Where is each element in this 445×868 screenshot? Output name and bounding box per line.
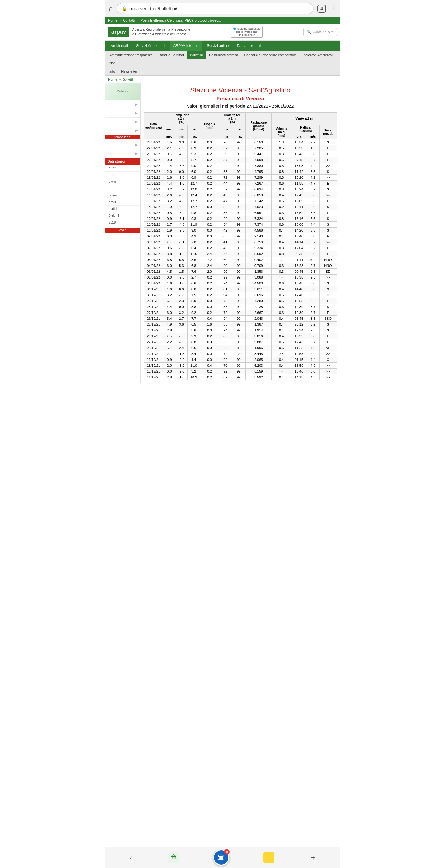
table-cell: 2.8 xyxy=(163,374,176,380)
table-cell: 0.4 xyxy=(200,316,219,321)
table-cell: 6.5 xyxy=(307,216,319,222)
table-cell: 11:55 xyxy=(291,181,307,186)
table-cell: 2.3 xyxy=(176,298,187,304)
sidebar-matici[interactable]: matici xyxy=(105,206,140,212)
browser-menu[interactable]: ⋮ xyxy=(330,5,336,13)
nav-ambientali[interactable]: Ambientali xyxy=(107,40,132,51)
table-cell: 2.0 xyxy=(200,269,219,275)
home-icon[interactable]: ⌂ xyxy=(109,5,113,13)
table-cell: 1.6 xyxy=(163,280,176,286)
table-row: 08/01/22-0.3-5.17.00.241996.7590.414:143… xyxy=(144,239,337,245)
table-cell: 22/01/22 xyxy=(144,157,163,163)
table-cell: 4.4 xyxy=(163,181,176,186)
subnav-bollettini[interactable]: Bollettini xyxy=(187,51,206,59)
table-cell: 01/01/22 xyxy=(144,280,163,286)
table-cell: 2.4 xyxy=(176,345,187,351)
table-cell: 1.9 xyxy=(163,204,176,210)
subnav-amministrazione[interactable]: Amministrazione trasparente xyxy=(106,51,156,59)
sidebar-issima[interactable]: issima xyxy=(105,192,140,199)
subnav-indicatori[interactable]: Indicatori Ambientali xyxy=(300,51,336,59)
data-table-wrapper: Data(gg/mm/aa) Temp. ariaa 2 m(°C) Piogg… xyxy=(144,112,337,380)
table-cell: 0.6 xyxy=(272,292,291,298)
sidebar-item-5[interactable]: ▶ xyxy=(105,141,140,149)
table-cell: S xyxy=(319,286,337,292)
table-cell: 1.914 xyxy=(246,328,272,333)
table-cell: 28/12/21 xyxy=(144,304,163,310)
site-logo[interactable]: arpav xyxy=(108,27,129,37)
table-cell: 99 xyxy=(232,269,246,275)
table-cell: 05:45 xyxy=(291,316,307,321)
subnav-newsletter[interactable]: Newsletter xyxy=(118,67,140,75)
table-cell: 99 xyxy=(232,257,246,263)
subnav-bandi[interactable]: Bandi e Fornitori xyxy=(156,51,187,59)
table-cell: 7.098 xyxy=(246,157,272,163)
table-cell: 99 xyxy=(232,204,246,210)
table-cell: 99 xyxy=(232,374,246,380)
subnav-concorsi[interactable]: Concorsi e Procedure comparative xyxy=(241,51,299,59)
table-cell: 79 xyxy=(219,310,232,316)
sidebar-giorni[interactable]: giorni xyxy=(105,179,140,185)
sidebar-image: Bollettini xyxy=(105,83,140,100)
table-cell: 0.2 xyxy=(200,157,219,163)
sub-nav: Amministrazione trasparente Bandi e Forn… xyxy=(105,51,340,67)
nav-servizi-ambientali[interactable]: Servizi Ambientali xyxy=(132,40,169,51)
subnav-ario[interactable]: ario xyxy=(106,67,118,75)
table-cell: 3.816 xyxy=(246,333,272,339)
sidebar-2018[interactable]: 2018 xyxy=(105,219,140,226)
table-cell: 5.7 xyxy=(187,157,200,163)
table-row: 27/12/216.03.29.20.279992.6670.312:392.7… xyxy=(144,310,337,316)
table-cell: 0.2 xyxy=(200,192,219,198)
table-cell: 85 xyxy=(219,321,232,328)
sidebar-tempo-reale[interactable]: tempo reale xyxy=(105,135,140,140)
table-cell: 6.0 xyxy=(187,169,200,175)
table-cell: 3.5 xyxy=(307,316,319,321)
subnav-comunicati[interactable]: Comunicati stampa xyxy=(206,51,241,59)
sidebar-item-3[interactable]: ▶ xyxy=(105,118,140,126)
url-bar[interactable]: 🔒 arpa.veneto.it/bollettini/ xyxy=(117,3,314,14)
table-cell: -1.2 xyxy=(163,151,176,157)
table-cell: -3.5 xyxy=(176,234,187,239)
nav-arpav-informa[interactable]: ARPAV informa xyxy=(170,40,202,51)
search-box[interactable]: 🔍 Cerca nel sito xyxy=(304,28,337,36)
top-nav-contatti[interactable]: Contatti xyxy=(123,19,135,22)
sidebar-item-1[interactable]: ▶ xyxy=(105,100,140,109)
table-cell: 52 xyxy=(219,186,232,192)
breadcrumb-home[interactable]: Home xyxy=(108,78,117,81)
nav-servizi-online[interactable]: Servizi online xyxy=(203,40,232,51)
table-cell: 5.203 xyxy=(246,363,272,369)
sidebar-item-2[interactable]: ▶ xyxy=(105,109,140,118)
table-cell: 2.8 xyxy=(163,328,176,333)
sidebar-section-2: ▶ ▶ xyxy=(105,141,140,158)
table-cell: 99 xyxy=(232,227,246,234)
sidebar-ensili[interactable]: ensili xyxy=(105,199,140,206)
table-cell: 14:14 xyxy=(291,239,307,245)
data-table: Data(gg/mm/aa) Temp. ariaa 2 m(°C) Piogg… xyxy=(144,112,337,380)
sidebar-i[interactable]: i xyxy=(105,185,140,192)
sidebar-di-ieri-1[interactable]: di ieri xyxy=(105,165,140,172)
breadcrumb-bollettini[interactable]: Bollettini xyxy=(122,78,135,81)
table-cell: 25/01/22 xyxy=(144,140,163,145)
table-cell: 11.9 xyxy=(187,222,200,227)
table-cell: 99 xyxy=(232,263,246,269)
tab-count[interactable]: 4 xyxy=(317,5,326,13)
sidebar-0giorni[interactable]: 0 giorni xyxy=(105,212,140,219)
sidebar-item-4[interactable]: ▶ xyxy=(105,126,140,135)
sidebar-civile[interactable]: civile xyxy=(105,228,140,232)
table-cell: 18:35 xyxy=(291,275,307,280)
table-cell: 88 xyxy=(219,304,232,310)
sidebar-item-6[interactable]: ▶ xyxy=(105,149,140,158)
table-cell: 12.7 xyxy=(187,204,200,210)
table-cell: 12:11 xyxy=(291,204,307,210)
top-nav-pec[interactable]: Posta Elettronica Certificata (PEC): pro… xyxy=(140,19,221,22)
table-cell: S xyxy=(319,222,337,227)
sidebar-di-ieri-2[interactable]: di ieri xyxy=(105,172,140,179)
table-cell: NNO xyxy=(319,257,337,263)
table-row: 02/01/220.0-2.52.70.299993.088>>18:352.5… xyxy=(144,275,337,280)
top-nav-home[interactable]: Home xyxy=(108,19,117,22)
th-um-min: min xyxy=(219,125,232,134)
nav-dati-ambientali[interactable]: Dati ambientali xyxy=(233,40,265,51)
table-cell: 0.0 xyxy=(163,275,176,280)
subnav-not[interactable]: Not xyxy=(106,59,118,67)
table-cell: 0.0 xyxy=(200,345,219,351)
table-cell: 0.2 xyxy=(200,369,219,374)
